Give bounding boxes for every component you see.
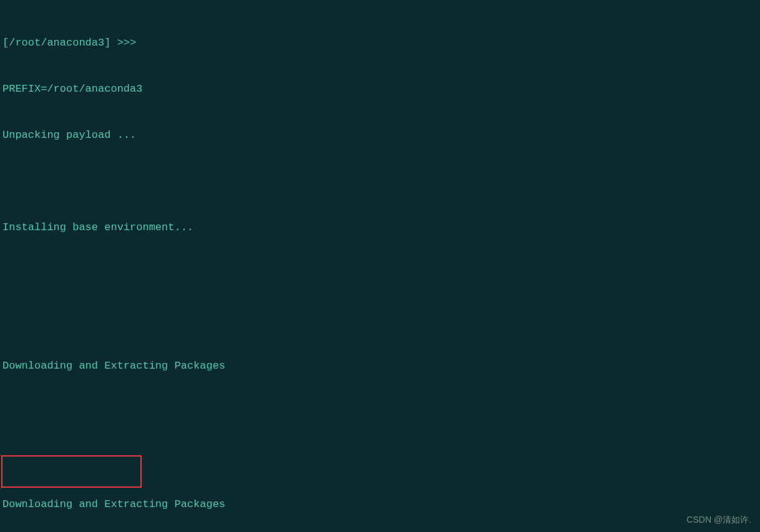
terminal-line: [/root/anaconda3] >>> [2, 36, 758, 51]
terminal-line: Installing base environment... [2, 220, 758, 236]
terminal-line [2, 266, 758, 282]
terminal-line: PREFIX=/root/anaconda3 [2, 82, 758, 97]
terminal-line [2, 312, 758, 328]
terminal-line [2, 174, 758, 190]
terminal-line: Unpacking payload ... [2, 128, 758, 143]
terminal-line: Downloading and Extracting Packages [2, 359, 758, 374]
terminal-line: Downloading and Extracting Packages [2, 497, 758, 513]
terminal-line [2, 451, 758, 467]
terminal-line [2, 405, 758, 420]
terminal-output[interactable]: [/root/anaconda3] >>> PREFIX=/root/anaco… [2, 5, 758, 532]
watermark-text: CSDN @清如许. [686, 513, 751, 526]
